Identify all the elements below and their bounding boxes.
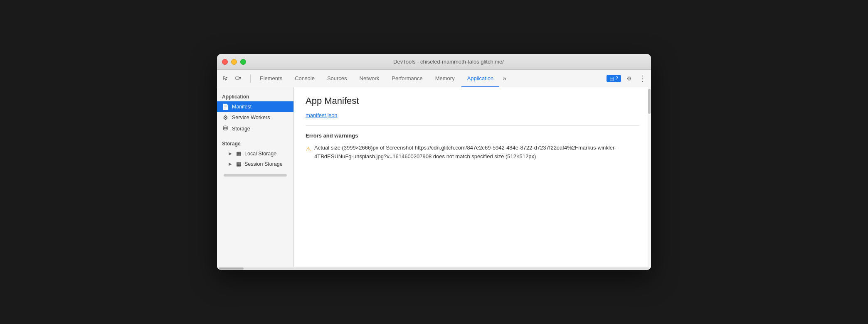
errors-title: Errors and warnings — [306, 133, 639, 139]
svg-point-3 — [223, 126, 227, 128]
main-area: Application 📄 Manifest ⚙ Service Workers… — [217, 87, 651, 267]
manifest-link[interactable]: manifest.json — [306, 112, 338, 118]
storage-icon — [222, 125, 229, 132]
tab-application[interactable]: Application — [461, 70, 500, 87]
sidebar-item-session-storage-label: Session Storage — [244, 161, 283, 167]
title-bar: DevTools - chiseled-mammoth-talos.glitch… — [217, 54, 651, 70]
device-icon[interactable] — [233, 73, 244, 84]
more-options-icon[interactable]: ⋮ — [637, 73, 648, 84]
sidebar-item-manifest[interactable]: 📄 Manifest — [217, 101, 293, 112]
sidebar-item-storage-label: Storage — [232, 126, 250, 132]
toolbar: Elements Console Sources Network Perform… — [217, 70, 651, 87]
tab-elements[interactable]: Elements — [254, 70, 288, 87]
sidebar-item-local-storage-label: Local Storage — [244, 151, 276, 157]
sidebar-item-session-storage[interactable]: ▶ ▦ Session Storage — [217, 159, 293, 169]
content-scroll-thumb — [648, 89, 651, 114]
sidebar-scrollbar[interactable] — [224, 174, 287, 177]
bottom-scrollbar-track — [219, 268, 649, 270]
storage-section-label: Storage — [217, 137, 293, 148]
toolbar-separator — [250, 74, 251, 83]
warning-row: ⚠ Actual size (3999×2666)px of Screensho… — [306, 144, 639, 161]
maximize-button[interactable] — [240, 59, 246, 65]
minimize-button[interactable] — [231, 59, 237, 65]
tab-network[interactable]: Network — [354, 70, 385, 87]
svg-rect-1 — [239, 77, 241, 79]
inspect-icon[interactable] — [220, 73, 231, 84]
gear-icon[interactable]: ⚙ — [624, 73, 634, 84]
bottom-scrollbar[interactable] — [217, 267, 651, 270]
close-button[interactable] — [222, 59, 228, 65]
sidebar-item-service-workers-label: Service Workers — [232, 115, 270, 120]
chat-badge[interactable]: ▤ 2 — [607, 75, 621, 82]
tab-sources[interactable]: Sources — [321, 70, 353, 87]
manifest-icon: 📄 — [222, 103, 229, 110]
divider — [306, 125, 639, 126]
tab-performance[interactable]: Performance — [386, 70, 428, 87]
warning-icon: ⚠ — [306, 144, 311, 154]
toolbar-right: ▤ 2 ⚙ ⋮ — [607, 73, 648, 84]
session-storage-icon: ▦ — [236, 161, 241, 167]
expand-arrow-session: ▶ — [229, 162, 232, 166]
devtools-window: DevTools - chiseled-mammoth-talos.glitch… — [217, 54, 651, 270]
sidebar-item-local-storage[interactable]: ▶ ▦ Local Storage — [217, 148, 293, 159]
tab-console[interactable]: Console — [289, 70, 321, 87]
application-section-label: Application — [217, 91, 293, 101]
warning-text: Actual size (3999×2666)px of Screenshot … — [314, 144, 639, 161]
sidebar-item-storage[interactable]: Storage — [217, 123, 293, 134]
content-area: App Manifest manifest.json Errors and wa… — [294, 87, 651, 267]
traffic-lights — [222, 59, 246, 65]
local-storage-icon: ▦ — [236, 150, 241, 157]
window-title: DevTools - chiseled-mammoth-talos.glitch… — [251, 59, 646, 65]
expand-arrow-local: ▶ — [229, 151, 232, 156]
page-title: App Manifest — [306, 96, 639, 106]
sidebar: Application 📄 Manifest ⚙ Service Workers… — [217, 87, 294, 267]
sidebar-item-service-workers[interactable]: ⚙ Service Workers — [217, 112, 293, 123]
svg-rect-0 — [236, 77, 239, 79]
toolbar-icons — [220, 73, 244, 84]
content-scrollbar[interactable] — [648, 87, 651, 267]
bottom-scrollbar-thumb — [219, 268, 244, 270]
more-tabs-button[interactable]: » — [500, 75, 509, 82]
tab-memory[interactable]: Memory — [429, 70, 461, 87]
errors-section: Errors and warnings ⚠ Actual size (3999×… — [306, 133, 639, 161]
service-workers-icon: ⚙ — [222, 114, 229, 121]
content-inner: App Manifest manifest.json Errors and wa… — [294, 87, 651, 169]
sidebar-item-manifest-label: Manifest — [232, 104, 252, 110]
